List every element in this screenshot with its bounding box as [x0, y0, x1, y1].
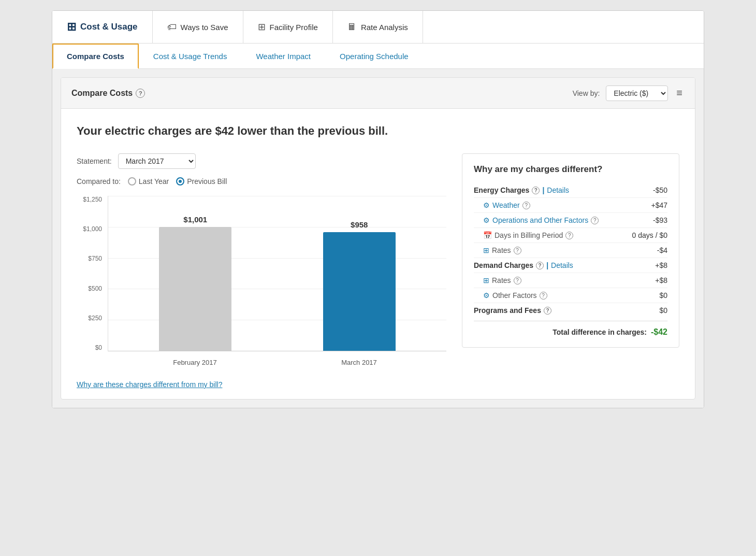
panel-title-text: Compare Costs	[71, 89, 133, 98]
energy-charges-details-sep: |	[542, 186, 544, 194]
rates-demand-help[interactable]: ?	[514, 277, 521, 284]
statement-label: Statement:	[77, 157, 112, 165]
statement-select[interactable]: January 2017 February 2017 March 2017 Ap…	[118, 153, 196, 169]
y-label-250: $250	[88, 315, 102, 322]
sub-nav-cost-usage-trends[interactable]: Cost & Usage Trends	[139, 44, 242, 69]
compare-costs-panel: Compare Costs ? View by: Electric ($) Ga…	[61, 77, 695, 400]
bar-col-mar: $958	[288, 196, 431, 351]
operations-label: ⚙ Operations and Other Factors ?	[474, 216, 599, 224]
operations-help[interactable]: ?	[591, 217, 599, 224]
panel-header: Compare Costs ? View by: Electric ($) Ga…	[61, 78, 695, 109]
days-icon: 📅	[483, 231, 492, 239]
y-label-1000: $1,000	[83, 225, 102, 233]
nav-rate-analysis[interactable]: 🖩 Rate Analysis	[333, 11, 423, 43]
days-value: 0 days / $0	[632, 231, 668, 239]
charge-row-days: 📅 Days in Billing Period ? 0 days / $0	[474, 228, 667, 243]
previous-bill-label: Previous Bill	[187, 177, 227, 186]
nav-ways-to-save-label: Ways to Save	[181, 23, 228, 32]
days-help[interactable]: ?	[565, 232, 573, 239]
last-year-radio[interactable]: Last Year	[128, 177, 169, 186]
main-content: Compare Costs ? View by: Electric ($) Ga…	[52, 69, 704, 408]
brand-icon: ⊞	[67, 20, 76, 34]
rates-energy-text: Rates	[492, 246, 511, 254]
operations-value: -$93	[653, 216, 667, 224]
energy-charges-details-link[interactable]: Details	[547, 186, 569, 194]
rate-analysis-icon: 🖩	[347, 22, 357, 33]
programs-help[interactable]: ?	[544, 307, 551, 315]
energy-charges-label: Energy Charges ? | Details	[474, 186, 569, 194]
rates-demand-text: Rates	[492, 276, 511, 284]
total-label: Total difference in charges:	[553, 328, 647, 336]
bar-feb	[159, 227, 231, 351]
ways-to-save-icon: 🏷	[167, 22, 177, 33]
chart-area: Statement: January 2017 February 2017 Ma…	[77, 153, 446, 372]
demand-charges-details-link[interactable]: Details	[551, 261, 573, 269]
operations-text[interactable]: Operations and Other Factors	[492, 216, 588, 224]
energy-charges-help[interactable]: ?	[532, 187, 540, 194]
charge-row-rates-demand: ⊞ Rates ? +$8	[474, 273, 667, 288]
sub-nav-operating-schedule-label: Operating Schedule	[340, 52, 409, 61]
panel-body: Your electric charges are $42 lower than…	[61, 109, 695, 399]
charge-row-rates-energy: ⊞ Rates ? -$4	[474, 243, 667, 258]
weather-icon: ⚙	[483, 201, 490, 209]
menu-icon[interactable]: ≡	[674, 85, 685, 101]
sub-nav-operating-schedule[interactable]: Operating Schedule	[325, 44, 423, 69]
last-year-label: Last Year	[139, 177, 169, 186]
other-factors-icon: ⚙	[483, 291, 490, 300]
sub-nav-compare-costs[interactable]: Compare Costs	[52, 44, 139, 69]
why-panel: Why are my charges different? Energy Cha…	[462, 153, 679, 348]
energy-charges-text: Energy Charges	[474, 186, 529, 194]
previous-bill-radio-circle	[176, 177, 184, 186]
charge-row-demand-header: Demand Charges ? | Details +$8	[474, 258, 667, 273]
weather-value: +$47	[651, 201, 667, 209]
content-row: Statement: January 2017 February 2017 Ma…	[77, 153, 679, 372]
facility-profile-icon: ⊞	[258, 21, 266, 33]
chart-y-labels: $1,250 $1,000 $750 $500 $250 $0	[77, 196, 105, 351]
y-label-500: $500	[88, 285, 102, 292]
chart-bars-area: $1,001 $958	[108, 196, 446, 351]
days-text: Days in Billing Period	[495, 231, 563, 239]
demand-charges-value: +$8	[655, 261, 667, 269]
weather-text[interactable]: Weather	[492, 201, 520, 209]
bar-label-mar: March 2017	[287, 359, 431, 366]
other-factors-value: $0	[659, 291, 667, 300]
bar-value-mar: $958	[351, 220, 368, 229]
view-by-label: View by:	[573, 89, 600, 97]
bar-col-feb: $1,001	[124, 196, 267, 351]
nav-facility-profile[interactable]: ⊞ Facility Profile	[243, 11, 333, 43]
charge-row-energy-header: Energy Charges ? | Details -$50	[474, 183, 667, 198]
sub-nav-weather-impact[interactable]: Weather Impact	[241, 44, 325, 69]
bar-mar	[323, 232, 396, 351]
panel-title: Compare Costs ?	[71, 89, 145, 98]
demand-charges-details-sep: |	[546, 261, 548, 269]
compare-label: Compared to:	[77, 177, 121, 186]
programs-text: Programs and Fees	[474, 306, 541, 315]
bar-labels-row: February 2017 March 2017	[108, 352, 446, 372]
charge-row-operations: ⚙ Operations and Other Factors ? -$93	[474, 213, 667, 228]
nav-facility-profile-label: Facility Profile	[270, 23, 318, 32]
bar-value-feb: $1,001	[183, 215, 207, 224]
panel-header-right: View by: Electric ($) Gas ($) Total ($) …	[573, 85, 685, 101]
other-factors-help[interactable]: ?	[540, 292, 547, 300]
rates-energy-icon: ⊞	[483, 246, 489, 254]
headline: Your electric charges are $42 lower than…	[77, 124, 679, 138]
demand-charges-help[interactable]: ?	[536, 262, 544, 269]
programs-value: $0	[659, 306, 667, 315]
compare-row: Compared to: Last Year Previous Bill	[77, 177, 446, 186]
other-factors-label: ⚙ Other Factors ?	[474, 291, 547, 300]
view-by-select[interactable]: Electric ($) Gas ($) Total ($)	[606, 85, 668, 101]
y-label-0: $0	[95, 344, 102, 351]
nav-ways-to-save[interactable]: 🏷 Ways to Save	[153, 11, 243, 43]
demand-charges-label: Demand Charges ? | Details	[474, 261, 573, 269]
brand-tab[interactable]: ⊞ Cost & Usage	[52, 11, 153, 43]
previous-bill-radio[interactable]: Previous Bill	[176, 177, 227, 186]
charge-row-weather: ⚙ Weather ? +$47	[474, 198, 667, 213]
energy-charges-value: -$50	[653, 186, 667, 194]
bottom-link[interactable]: Why are these charges different from my …	[77, 380, 679, 389]
programs-label: Programs and Fees ?	[474, 306, 551, 315]
weather-label: ⚙ Weather ?	[474, 201, 530, 209]
panel-title-help-icon[interactable]: ?	[136, 89, 145, 98]
rates-energy-help[interactable]: ?	[514, 247, 521, 254]
weather-help[interactable]: ?	[522, 202, 530, 209]
charge-row-programs: Programs and Fees ? $0	[474, 303, 667, 318]
